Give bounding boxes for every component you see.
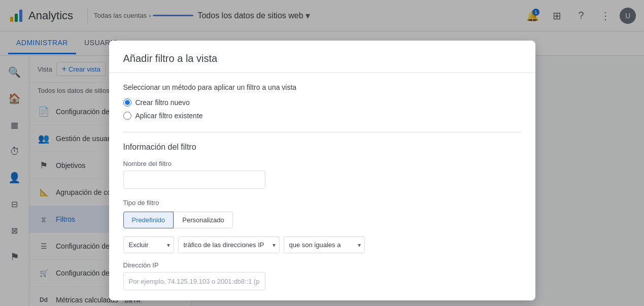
radio-aplicar-existente-input[interactable] [123, 112, 131, 120]
radio-crear-nuevo-label: Crear filtro nuevo [135, 98, 190, 107]
ip-address-input[interactable] [123, 272, 265, 290]
trafico-select-wrapper: tráfico de las direcciones IP [178, 236, 280, 253]
radio-crear-nuevo-input[interactable] [123, 98, 131, 107]
radio-aplicar-existente[interactable]: Aplicar filtro existente [123, 112, 521, 120]
filter-dropdowns-row: Excluir tráfico de las direcciones IP qu… [123, 236, 521, 253]
tab-predefinido[interactable]: Predefinido [123, 212, 174, 228]
tipo-tab-group: Predefinido Personalizado [123, 212, 521, 228]
section-divider [123, 132, 521, 132]
excluir-select[interactable]: Excluir [123, 236, 174, 253]
trafico-select[interactable]: tráfico de las direcciones IP [178, 236, 280, 253]
modal-title: Añadir filtro a la vista [123, 53, 521, 64]
modal-overlay: Añadir filtro a la vista Seleccionar un … [0, 0, 644, 306]
nombre-del-filtro-input[interactable] [123, 171, 265, 189]
excluir-select-wrapper: Excluir [123, 236, 174, 253]
radio-crear-nuevo[interactable]: Crear filtro nuevo [123, 98, 521, 107]
condicion-select-wrapper: que son iguales a [284, 236, 365, 253]
modal-body: Seleccionar un método para aplicar un fi… [109, 73, 535, 300]
ip-section: Dirección IP [123, 261, 521, 290]
filter-type-section: Tipo de filtro Predefinido Personalizado… [123, 199, 521, 253]
tipo-label: Tipo de filtro [123, 199, 521, 207]
radio-aplicar-existente-label: Aplicar filtro existente [135, 112, 203, 120]
condicion-select[interactable]: que son iguales a [284, 236, 365, 253]
radio-group: Crear filtro nuevo Aplicar filtro existe… [123, 98, 521, 120]
tab-personalizado[interactable]: Personalizado [174, 212, 232, 228]
nombre-label: Nombre del filtro [123, 160, 521, 167]
add-filter-modal: Añadir filtro a la vista Seleccionar un … [109, 41, 535, 300]
select-method-label: Seleccionar un método para aplicar un fi… [123, 83, 521, 91]
info-section-title: Información del filtro [123, 143, 521, 152]
nombre-field-group: Nombre del filtro [123, 160, 521, 189]
ip-label: Dirección IP [123, 261, 521, 269]
modal-header: Añadir filtro a la vista [109, 41, 535, 73]
